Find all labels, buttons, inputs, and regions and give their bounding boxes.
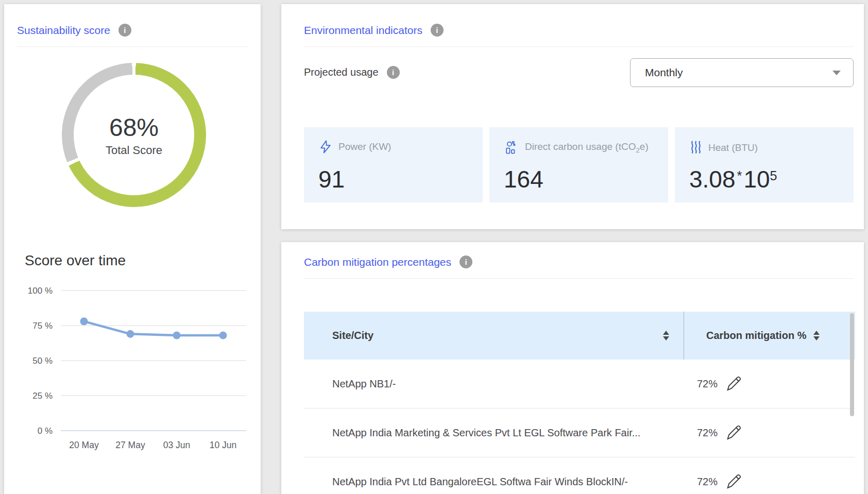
svg-text:20 May: 20 May [69, 440, 99, 450]
edit-pencil-icon [725, 473, 742, 490]
projected-usage-info-icon[interactable]: i [387, 66, 400, 79]
metric-label: Heat (BTU) [708, 142, 758, 154]
metric-head: Power (KW) [318, 140, 468, 154]
projected-usage-label: Projected usage [304, 66, 379, 78]
svg-text:03 Jun: 03 Jun [163, 440, 191, 450]
mitigation-table: Site/City Carbon mitigation % NetApp NB1… [304, 312, 855, 494]
table-header: Site/City Carbon mitigation % [304, 312, 855, 360]
donut-center-label: Total Score [106, 144, 162, 157]
metric-value: 91 [318, 165, 468, 193]
donut-center-value: 68% [109, 113, 159, 142]
lightning-bolt-icon [318, 140, 333, 154]
divider [304, 46, 854, 47]
table-row: NetApp India Marketing & Services Pvt Lt… [304, 408, 855, 457]
carbon-mitigation-info-icon[interactable]: i [459, 255, 472, 268]
mitigation-cell: 72% [684, 473, 855, 490]
environmental-title-row: Environmental indicators i [304, 24, 444, 37]
svg-text:50 %: 50 % [32, 356, 53, 366]
donut-center: 68% Total Score [74, 75, 194, 195]
edit-pencil-icon [725, 424, 742, 441]
metric-card-heat: Heat (BTU) 3.08*105 [675, 127, 854, 202]
metric-label: Power (KW) [338, 141, 391, 152]
metric-card-carbon: Direct carbon usage (tCO2e) 164 [489, 127, 668, 202]
metric-value: 3.08*105 [689, 165, 839, 193]
column-header-site-city[interactable]: Site/City [304, 312, 684, 360]
sustainability-title: Sustainability score [17, 24, 110, 37]
edit-mitigation-button[interactable] [725, 424, 742, 441]
svg-text:25 %: 25 % [32, 391, 53, 401]
edit-mitigation-button[interactable] [725, 473, 742, 490]
page: { "colors": { "heading_blue": "#4a5cea",… [0, 0, 868, 494]
svg-text:100 %: 100 % [28, 286, 53, 296]
heat-waves-icon [689, 140, 703, 156]
site-cell: NetApp NB1/- [304, 378, 684, 390]
carbon-title-row: Carbon mitigation percentages i [304, 255, 472, 268]
sustainability-card: Sustainability score i 68% Total Score S… [4, 4, 261, 494]
divider [17, 46, 248, 47]
mitigation-value: 72% [697, 378, 718, 390]
mitigation-value: 72% [697, 427, 718, 439]
svg-text:0 %: 0 % [38, 426, 53, 436]
period-dropdown-value: Monthly [645, 66, 832, 79]
sustainability-title-row: Sustainability score i [17, 24, 131, 37]
metric-head: Heat (BTU) [689, 140, 839, 156]
sustainability-donut-chart: 68% Total Score [62, 63, 206, 207]
svg-text:10 Jun: 10 Jun [210, 440, 237, 450]
site-cell: NetApp India Marketing & Services Pvt Lt… [304, 427, 684, 439]
metric-head: Direct carbon usage (tCO2e) [504, 140, 654, 155]
environmental-indicators-card: Environmental indicators i Projected usa… [281, 4, 864, 229]
mitigation-cell: 72% [684, 375, 855, 393]
edit-pencil-icon [725, 375, 742, 393]
environmental-info-icon[interactable]: i [431, 24, 444, 37]
sort-icon-site-city[interactable] [663, 331, 669, 340]
sustainability-info-icon[interactable]: i [118, 24, 131, 37]
chevron-down-icon [832, 71, 841, 75]
environmental-title: Environmental indicators [304, 24, 422, 37]
score-over-time-chart: 100 %75 %50 %25 %0 %20 May27 May03 Jun10… [15, 278, 252, 453]
mitigation-cell: 72% [684, 424, 855, 441]
factory-emissions-icon [504, 140, 519, 155]
scrollbar-thumb[interactable] [850, 313, 854, 416]
period-dropdown[interactable]: Monthly [630, 58, 854, 87]
sort-icon-mitigation[interactable] [813, 331, 820, 340]
mitigation-value: 72% [697, 476, 718, 488]
site-cell: NetApp India Pvt Ltd BangaloreEGL Softwa… [304, 476, 684, 488]
divider [304, 278, 854, 279]
metric-label: Direct carbon usage (tCO2e) [525, 141, 649, 154]
carbon-mitigation-card: Carbon mitigation percentages i Site/Cit… [281, 242, 864, 494]
metric-value: 164 [504, 165, 654, 193]
metric-card-power: Power (KW) 91 [304, 127, 483, 202]
projected-usage-row: Projected usage i [304, 66, 400, 79]
column-header-mitigation[interactable]: Carbon mitigation % [684, 312, 855, 360]
edit-mitigation-button[interactable] [725, 375, 742, 393]
score-over-time-title: Score over time [25, 252, 126, 269]
svg-text:27 May: 27 May [115, 440, 145, 450]
svg-text:75 %: 75 % [32, 321, 53, 331]
carbon-mitigation-title: Carbon mitigation percentages [304, 256, 451, 268]
table-row: NetApp NB1/- 72% [304, 360, 855, 408]
metrics-row: Power (KW) 91 Direct carbon usage (tCO2e… [304, 127, 854, 202]
table-row: NetApp India Pvt Ltd BangaloreEGL Softwa… [304, 457, 855, 494]
